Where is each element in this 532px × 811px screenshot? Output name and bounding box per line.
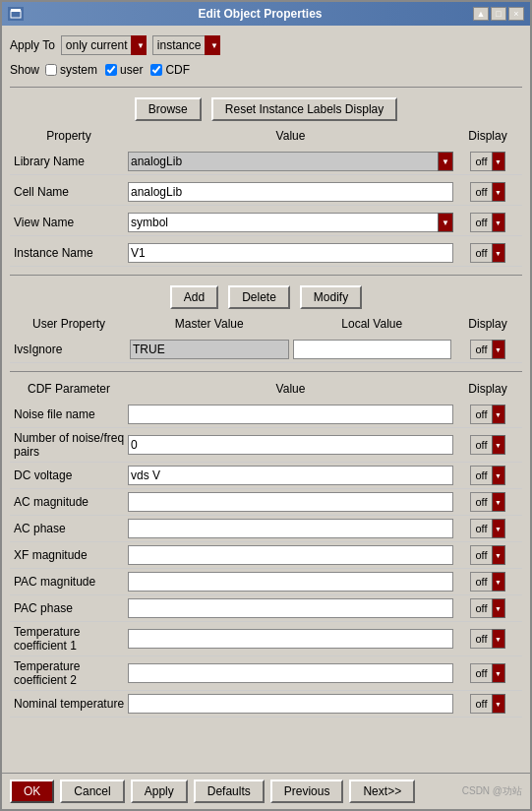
- table-row: Temperature coefficient 1 off ▼: [10, 622, 522, 656]
- browse-row: Browse Reset Instance Labels Display: [10, 95, 522, 123]
- window-close-btn[interactable]: ×: [508, 7, 524, 21]
- cdf-rows-container: Noise file name off ▼ Number of noise/fr…: [10, 402, 522, 717]
- cell-name-value: [128, 182, 453, 202]
- cdf-param-off-widget-5[interactable]: off ▼: [470, 545, 504, 565]
- cdf-param-input-1[interactable]: [128, 435, 453, 455]
- show-user-label[interactable]: user: [105, 63, 143, 77]
- cdf-param-label-0: Noise file name: [10, 407, 128, 421]
- previous-button[interactable]: Previous: [270, 780, 344, 803]
- cell-name-off-arrow[interactable]: ▼: [492, 182, 505, 202]
- cdf-param-off-arrow-7[interactable]: ▼: [492, 598, 505, 618]
- apply-to-select2-wrapper[interactable]: instance: [152, 35, 220, 55]
- cdf-param-input-5[interactable]: [128, 545, 453, 565]
- view-name-dropdown-btn[interactable]: ▼: [438, 213, 453, 232]
- cdf-param-off-widget-2[interactable]: off ▼: [470, 466, 504, 485]
- cdf-param-off-widget-0[interactable]: off ▼: [470, 405, 504, 424]
- window-up-btn[interactable]: ▲: [473, 7, 489, 21]
- header-user-property: User Property: [10, 317, 128, 331]
- delete-button[interactable]: Delete: [228, 285, 290, 309]
- cdf-param-off-arrow-9[interactable]: ▼: [492, 663, 505, 683]
- apply-to-select1[interactable]: only current: [61, 35, 147, 55]
- defaults-button[interactable]: Defaults: [194, 780, 265, 803]
- watermark-text: CSDN @功站: [462, 784, 522, 798]
- ivs-ignore-master-input[interactable]: [130, 340, 289, 359]
- ivs-ignore-off-arrow[interactable]: ▼: [492, 340, 505, 359]
- cdf-param-off-arrow-2[interactable]: ▼: [492, 466, 505, 485]
- cdf-param-input-6[interactable]: [128, 572, 453, 592]
- cdf-param-off-arrow-1[interactable]: ▼: [492, 435, 505, 455]
- cell-name-input[interactable]: [128, 182, 453, 202]
- add-button[interactable]: Add: [170, 285, 218, 309]
- cdf-param-off-arrow-4[interactable]: ▼: [492, 519, 505, 538]
- ivs-ignore-off-widget[interactable]: off ▼: [470, 340, 504, 359]
- cdf-param-input-2[interactable]: [128, 466, 453, 485]
- cdf-param-off-arrow-3[interactable]: ▼: [492, 492, 505, 512]
- cdf-param-display-1: off ▼: [453, 435, 522, 455]
- library-name-off-arrow[interactable]: ▼: [492, 152, 505, 171]
- cancel-button[interactable]: Cancel: [60, 780, 124, 803]
- library-name-dropdown-btn[interactable]: ▼: [438, 152, 453, 171]
- show-user-checkbox[interactable]: [105, 64, 117, 76]
- ok-button[interactable]: OK: [10, 780, 54, 803]
- show-cdf-checkbox[interactable]: [150, 64, 162, 76]
- view-name-input[interactable]: [128, 213, 438, 232]
- header-local-value: Local Value: [291, 317, 454, 331]
- cdf-param-off-arrow-8[interactable]: ▼: [492, 629, 505, 649]
- cdf-param-input-9[interactable]: [128, 663, 453, 683]
- instance-name-off-text: off: [470, 243, 491, 263]
- cdf-param-input-4[interactable]: [128, 519, 453, 538]
- ivs-ignore-master-value: [128, 340, 291, 359]
- cdf-param-off-arrow-6[interactable]: ▼: [492, 572, 505, 592]
- apply-to-select2[interactable]: instance: [152, 35, 220, 55]
- cdf-param-label-6: PAC magnitude: [10, 575, 128, 589]
- next-button[interactable]: Next>>: [349, 780, 415, 803]
- cdf-param-input-0[interactable]: [128, 405, 453, 424]
- apply-to-label: Apply To: [10, 38, 55, 52]
- show-cdf-label[interactable]: CDF: [150, 63, 190, 77]
- cdf-param-off-widget-10[interactable]: off ▼: [470, 694, 504, 714]
- cdf-param-off-arrow-10[interactable]: ▼: [492, 694, 505, 714]
- instance-name-off-arrow[interactable]: ▼: [492, 243, 505, 263]
- apply-button[interactable]: Apply: [131, 780, 188, 803]
- cdf-param-off-widget-8[interactable]: off ▼: [470, 629, 504, 649]
- cdf-param-display-4: off ▼: [453, 519, 522, 538]
- table-row: Temperature coefficient 2 off ▼: [10, 656, 522, 691]
- table-row: Library Name ▼ off ▼: [10, 149, 522, 175]
- show-system-label[interactable]: system: [45, 63, 97, 77]
- show-user-text: user: [120, 63, 143, 77]
- ivs-ignore-local-input[interactable]: [293, 340, 452, 359]
- cdf-param-off-widget-3[interactable]: off ▼: [470, 492, 504, 512]
- cdf-param-off-widget-4[interactable]: off ▼: [470, 519, 504, 538]
- view-name-input-group: ▼: [128, 213, 453, 232]
- library-name-input[interactable]: [128, 152, 438, 171]
- view-name-off-widget[interactable]: off ▼: [470, 213, 504, 232]
- window-max-btn[interactable]: □: [491, 7, 506, 21]
- library-name-off-widget[interactable]: off ▼: [470, 152, 504, 171]
- cdf-param-input-8[interactable]: [128, 629, 453, 649]
- cdf-param-input-10[interactable]: [128, 694, 453, 714]
- view-name-off-arrow[interactable]: ▼: [492, 213, 505, 232]
- cdf-param-value-2: [128, 466, 453, 485]
- cdf-param-input-7[interactable]: [128, 598, 453, 618]
- cdf-param-off-widget-9[interactable]: off ▼: [470, 663, 504, 683]
- cdf-param-input-3[interactable]: [128, 492, 453, 512]
- show-system-checkbox[interactable]: [45, 64, 57, 76]
- cdf-param-off-widget-7[interactable]: off ▼: [470, 598, 504, 618]
- apply-to-select1-wrapper[interactable]: only current: [61, 35, 147, 55]
- library-name-input-group: ▼: [128, 152, 453, 171]
- cdf-param-off-arrow-0[interactable]: ▼: [492, 405, 505, 424]
- browse-button[interactable]: Browse: [135, 97, 202, 121]
- cdf-param-display-10: off ▼: [453, 694, 522, 714]
- cell-name-off-widget[interactable]: off ▼: [470, 182, 504, 202]
- cdf-param-off-text-4: off: [470, 519, 491, 538]
- table-row: Number of noise/freq pairs off ▼: [10, 428, 522, 463]
- cdf-param-label-5: XF magnitude: [10, 548, 128, 562]
- cdf-param-off-widget-1[interactable]: off ▼: [470, 435, 504, 455]
- cdf-param-off-widget-6[interactable]: off ▼: [470, 572, 504, 592]
- cdf-param-off-arrow-5[interactable]: ▼: [492, 545, 505, 565]
- reset-button[interactable]: Reset Instance Labels Display: [211, 97, 397, 121]
- modify-button[interactable]: Modify: [300, 285, 362, 309]
- instance-name-off-widget[interactable]: off ▼: [470, 243, 504, 263]
- cdf-param-value-1: [128, 435, 453, 455]
- instance-name-input[interactable]: [128, 243, 453, 263]
